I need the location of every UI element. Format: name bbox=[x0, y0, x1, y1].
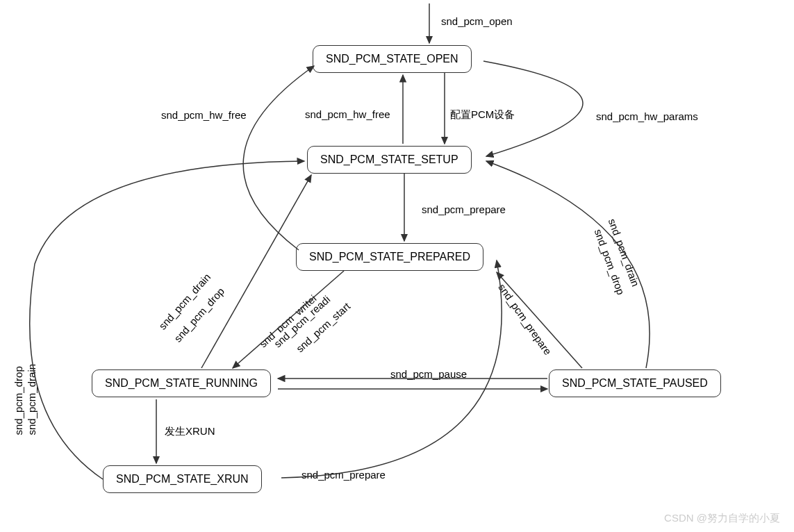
label-prepare-mid: snd_pcm_prepare bbox=[420, 203, 507, 215]
state-running: SND_PCM_STATE_RUNNING bbox=[92, 369, 271, 397]
state-open: SND_PCM_STATE_OPEN bbox=[313, 45, 472, 73]
state-prepared: SND_PCM_STATE_PREPARED bbox=[296, 243, 483, 271]
label-config: 配置PCM设备 bbox=[449, 108, 516, 122]
state-setup: SND_PCM_STATE_SETUP bbox=[307, 146, 472, 174]
label-hw-free-left: snd_pcm_hw_free bbox=[160, 109, 248, 121]
label-hw-params: snd_pcm_hw_params bbox=[595, 110, 700, 122]
svg-line-6 bbox=[201, 175, 311, 368]
label-hw-free-mid: snd_pcm_hw_free bbox=[304, 108, 392, 120]
label-pause: snd_pcm_pause bbox=[389, 368, 468, 380]
state-xrun: SND_PCM_STATE_XRUN bbox=[103, 465, 262, 493]
label-drain-far: snd_pcm_drain bbox=[26, 363, 38, 437]
label-prepare-xrun: snd_pcm_prepare bbox=[300, 469, 387, 481]
label-open: snd_pcm_open bbox=[440, 15, 514, 27]
watermark: CSDN @努力自学的小夏 bbox=[664, 512, 780, 525]
label-drop-far: snd_pcm_drop bbox=[13, 365, 24, 436]
state-paused: SND_PCM_STATE_PAUSED bbox=[549, 369, 721, 397]
label-xrun-event: 发生XRUN bbox=[163, 425, 217, 438]
label-prepare-paused: snd_pcm_prepare bbox=[495, 281, 555, 358]
